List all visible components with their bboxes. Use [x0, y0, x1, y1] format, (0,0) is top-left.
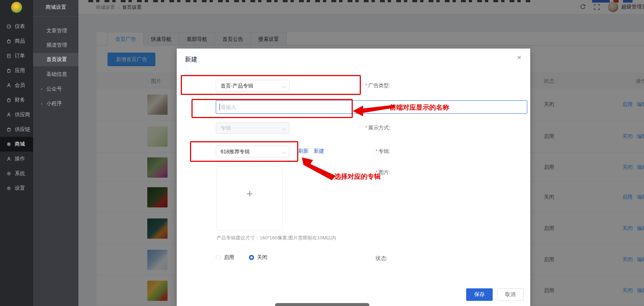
person-icon: [6, 156, 11, 161]
radio-disable[interactable]: [249, 255, 254, 260]
submenu-item-文章管理[interactable]: 文章管理: [33, 24, 78, 38]
sidebar-item-订单[interactable]: 订单: [0, 49, 33, 63]
annotation-text-album: 选择对应的专辑: [334, 172, 381, 181]
submenu-item-公众号[interactable]: ›公众号: [33, 82, 78, 96]
person-icon: [6, 83, 11, 88]
submenu-item-label: 公众号: [46, 86, 62, 92]
primary-sidebar: 仪表商品订单应用会员财务供应商供应链商城操作系统设置: [0, 0, 33, 306]
submenu-title: 商城设置: [46, 4, 66, 11]
sidebar-item-label: 财务: [15, 97, 25, 103]
sidebar-item-label: 系统: [15, 170, 25, 177]
chevron-down-icon: [282, 84, 286, 88]
required-asterisk: *: [365, 82, 367, 88]
create-album-link[interactable]: 新建: [314, 148, 324, 154]
sidebar-item-label: 供应链: [15, 126, 30, 133]
sidebar-item-label: 设置: [15, 185, 25, 192]
annotation-text-name: 前端对应显示的名称: [390, 103, 449, 112]
doc-icon: [6, 53, 11, 58]
submenu-item-label: 小程序: [46, 100, 62, 107]
sidebar-item-label: 订单: [15, 53, 25, 59]
close-icon[interactable]: ×: [517, 54, 521, 61]
refresh-album-link[interactable]: 刷新: [298, 148, 309, 154]
submenu-item-基础信息[interactable]: 基础信息: [33, 68, 78, 81]
sidebar-item-label: 商城: [15, 141, 25, 147]
sidebar-item-label: 应用: [15, 67, 25, 74]
status-radio-group: 启用 关闭: [216, 254, 282, 261]
image-upload-hint: 产品专辑建议尺寸：160*160像素,图片需限制在10M以内: [217, 235, 336, 241]
gauge-icon: [6, 24, 11, 29]
gear-icon: [6, 142, 11, 147]
radio-enable-label[interactable]: 启用: [224, 254, 234, 261]
sidebar-item-财务[interactable]: 财务: [0, 93, 33, 107]
save-button[interactable]: 保存: [466, 288, 493, 301]
image-upload-box[interactable]: +: [217, 166, 283, 231]
bag-icon: [6, 97, 11, 103]
cancel-button[interactable]: 取消: [497, 288, 524, 301]
display-mode-select: 专辑: [216, 122, 289, 134]
chevron-down-icon: [282, 126, 286, 130]
sidebar-item-label: 操作: [15, 156, 25, 162]
ad-type-label: *广告类型:: [365, 82, 390, 89]
display-mode-label: *展示方式:: [365, 125, 390, 131]
bottom-clipped-bar: [275, 303, 369, 306]
bag-icon: [6, 127, 11, 132]
divider: [33, 16, 78, 17]
submenu-item-小程序[interactable]: ›小程序: [33, 97, 78, 110]
submenu-item-首页设置[interactable]: 首页设置: [33, 53, 78, 66]
sidebar-item-操作[interactable]: 操作: [0, 152, 33, 166]
required-asterisk: *: [365, 125, 367, 131]
sidebar-item-应用[interactable]: 应用: [0, 63, 33, 78]
submenu-item-频道管理[interactable]: 频道管理: [33, 39, 78, 52]
sidebar-item-供应链[interactable]: 供应链: [0, 122, 33, 137]
bag-icon: [6, 68, 11, 73]
person-icon: [6, 112, 11, 117]
ad-type-select[interactable]: 首页-产品专辑: [216, 80, 289, 92]
sidebar-item-label: 供应商: [15, 111, 30, 118]
submenu-item-label: 文章管理: [46, 28, 67, 34]
text-cursor: [219, 104, 220, 110]
secondary-sidebar: 商城设置 文章管理频道管理首页设置基础信息›公众号›小程序: [33, 0, 78, 306]
album-select[interactable]: 618推荐专辑: [216, 146, 289, 157]
required-asterisk: *: [376, 148, 377, 154]
radio-enable[interactable]: [216, 255, 221, 260]
sidebar-item-供应商[interactable]: 供应商: [0, 107, 33, 122]
ad-type-value: 首页-产品专辑: [221, 83, 253, 89]
album-label: *专辑:: [376, 148, 390, 155]
plus-icon: +: [246, 188, 253, 200]
submenu-item-label: 基础信息: [46, 71, 67, 78]
sidebar-item-商城[interactable]: 商城: [0, 137, 33, 152]
sidebar-item-仪表[interactable]: 仪表: [0, 19, 33, 34]
sidebar-item-label: 会员: [15, 82, 25, 89]
sidebar-item-label: 商品: [15, 38, 25, 45]
radio-disable-label[interactable]: 关闭: [257, 254, 267, 261]
brand-avatar[interactable]: [11, 2, 22, 13]
sidebar-item-系统[interactable]: 系统: [0, 166, 33, 181]
name-input[interactable]: [216, 100, 527, 114]
submenu-item-label: 首页设置: [46, 56, 67, 63]
dialog-title: 新建: [185, 55, 197, 64]
sidebar-item-会员[interactable]: 会员: [0, 78, 33, 93]
sidebar-item-label: 仪表: [15, 23, 25, 30]
bag-icon: [6, 39, 11, 44]
chevron-right-icon: ›: [41, 86, 42, 92]
status-label: 状态:: [376, 255, 387, 262]
chevron-right-icon: ›: [41, 101, 42, 106]
gear-icon: [6, 171, 11, 176]
submenu-item-label: 频道管理: [46, 42, 67, 49]
chevron-down-icon: [282, 150, 286, 154]
gear-icon: [6, 186, 11, 191]
display-mode-value: 专辑: [221, 125, 231, 131]
sidebar-item-商品[interactable]: 商品: [0, 34, 33, 49]
album-value: 618推荐专辑: [221, 149, 250, 154]
app-root: { "topbar": { "breadcrumb": {"items": ["…: [0, 0, 644, 306]
sidebar-item-设置[interactable]: 设置: [0, 181, 33, 196]
